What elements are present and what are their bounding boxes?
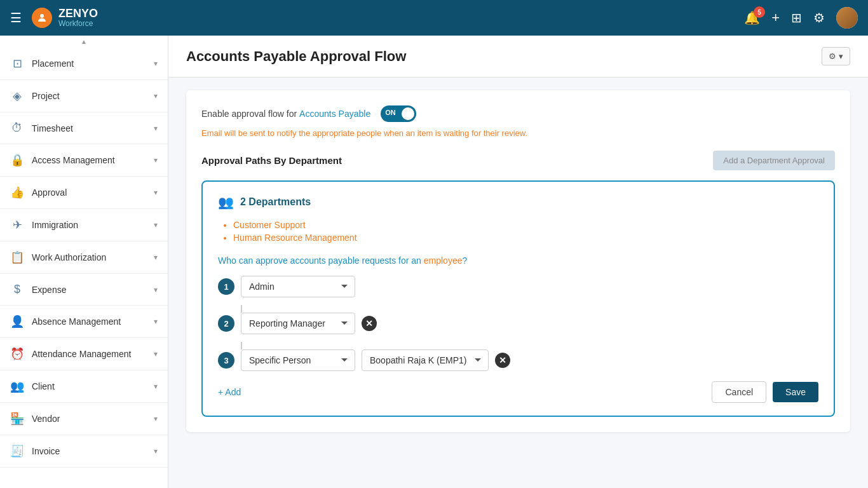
toggle-on-label: ON	[385, 109, 396, 116]
sidebar-item-expense[interactable]: $ Expense ▾	[0, 274, 168, 306]
sidebar-item-absence-management[interactable]: 👤 Absence Management ▾	[0, 306, 168, 338]
sidebar-label-approval: Approval	[32, 187, 67, 198]
sidebar-item-invoice[interactable]: 🧾 Invoice ▾	[0, 435, 168, 468]
sidebar-label-access-management: Access Management	[32, 155, 115, 165]
approver-person-select-3[interactable]: Boopathi Raja K (EMP1) John Smith (EMP2)…	[362, 349, 489, 371]
notification-badge: 5	[754, 6, 765, 18]
sidebar-label-absence-management: Absence Management	[32, 316, 121, 327]
page-header: Accounts Payable Approval Flow ⚙ ▾	[168, 36, 868, 78]
absence-management-icon: 👤	[10, 315, 24, 329]
dept-icon: 👥	[218, 194, 234, 210]
sidebar-item-vendor[interactable]: 🏪 Vendor ▾	[0, 403, 168, 435]
chevron-client: ▾	[154, 382, 158, 391]
notification-icon[interactable]: 🔔 5	[744, 10, 760, 25]
client-icon: 👥	[10, 379, 24, 393]
sidebar-label-project: Project	[32, 91, 60, 101]
dept-header: 👥 2 Departments	[218, 194, 818, 210]
email-note: Email will be sent to notify the appropr…	[201, 128, 835, 138]
chevron-attendance-management: ▾	[154, 349, 158, 358]
sidebar-item-work-authorization[interactable]: 📋 Work Authorization ▾	[0, 241, 168, 274]
action-buttons: Cancel Save	[712, 381, 818, 403]
sidebar-item-immigration[interactable]: ✈ Immigration ▾	[0, 209, 168, 241]
hamburger-icon[interactable]: ☰	[10, 10, 22, 25]
project-icon: ◈	[10, 89, 24, 103]
toggle-slider: ON	[381, 105, 416, 122]
sidebar-item-timesheet[interactable]: ⏱ Timesheet ▾	[0, 112, 168, 144]
approver-row-1: 1 Admin Reporting Manager Specific Perso…	[218, 276, 818, 297]
scroll-up-indicator: ▲	[0, 36, 168, 48]
access-management-icon: 🔒	[10, 153, 24, 167]
sidebar-label-vendor: Vendor	[32, 414, 60, 424]
add-department-button[interactable]: Add a Department Approval	[713, 151, 835, 170]
vendor-icon: 🏪	[10, 412, 24, 426]
sidebar-item-placement[interactable]: ⊡ Placement ▾	[0, 48, 168, 80]
cancel-button[interactable]: Cancel	[712, 381, 766, 403]
chevron-absence-management: ▾	[154, 317, 158, 326]
svg-point-0	[40, 14, 44, 18]
sidebar-item-project[interactable]: ◈ Project ▾	[0, 80, 168, 112]
gear-dropdown-arrow: ▾	[839, 51, 843, 61]
chevron-immigration: ▾	[154, 220, 158, 229]
sidebar: ▲ ⊡ Placement ▾ ◈ Project ▾ ⏱ Timesheet …	[0, 36, 168, 488]
remove-approver-3-button[interactable]: ✕	[495, 353, 510, 368]
department-card: 👥 2 Departments Customer Support Human R…	[201, 180, 835, 417]
main-card: Enable approval flow for Accounts Payabl…	[186, 90, 850, 432]
main-content: Accounts Payable Approval Flow ⚙ ▾ Enabl…	[168, 36, 868, 488]
add-approver-link[interactable]: + Add	[218, 387, 241, 397]
page-header-actions: ⚙ ▾	[822, 47, 850, 65]
enable-toggle[interactable]: ON	[381, 105, 416, 122]
sidebar-item-client[interactable]: 👥 Client ▾	[0, 370, 168, 403]
dept-list: Customer Support Human Resource Manageme…	[218, 220, 818, 243]
approver-type-select-1[interactable]: Admin Reporting Manager Specific Person …	[241, 276, 355, 297]
chevron-project: ▾	[154, 92, 158, 100]
work-authorization-icon: 📋	[10, 250, 24, 264]
sidebar-item-access-management[interactable]: 🔒 Access Management ▾	[0, 144, 168, 177]
placement-icon: ⊡	[10, 57, 24, 71]
dept-list-item: Customer Support	[233, 220, 818, 230]
content-area: Enable approval flow for Accounts Payabl…	[168, 78, 868, 445]
chevron-placement: ▾	[154, 59, 158, 68]
sidebar-label-expense: Expense	[32, 285, 66, 295]
save-button[interactable]: Save	[773, 382, 818, 402]
dept-title: 2 Departments	[240, 196, 311, 208]
enable-label: Enable approval flow for Accounts Payabl…	[201, 109, 370, 119]
sidebar-item-approval[interactable]: 👍 Approval ▾	[0, 177, 168, 209]
chevron-work-authorization: ▾	[154, 253, 158, 262]
gear-settings-button[interactable]: ⚙ ▾	[822, 47, 850, 65]
settings-icon[interactable]: ⚙	[813, 10, 825, 25]
chevron-timesheet: ▾	[154, 124, 158, 133]
sidebar-label-invoice: Invoice	[32, 446, 60, 456]
sidebar-label-immigration: Immigration	[32, 220, 78, 230]
grid-icon[interactable]: ⊞	[791, 10, 802, 25]
topnav: ☰ ZENYO Workforce 🔔 5 + ⊞ ⚙	[0, 0, 868, 36]
approval-icon: 👍	[10, 186, 24, 200]
approver-type-select-3[interactable]: Admin Reporting Manager Specific Person …	[241, 349, 355, 371]
chevron-approval: ▾	[154, 188, 158, 197]
approval-paths-header: Approval Paths By Department Add a Depar…	[201, 151, 835, 170]
approver-type-select-2[interactable]: Admin Reporting Manager Specific Person …	[241, 313, 355, 334]
invoice-icon: 🧾	[10, 444, 24, 458]
approval-question-highlight: employee	[424, 255, 463, 266]
sidebar-label-attendance-management: Attendance Management	[32, 349, 131, 359]
page-title: Accounts Payable Approval Flow	[186, 48, 406, 65]
timesheet-icon: ⏱	[10, 121, 24, 135]
layout: ▲ ⊡ Placement ▾ ◈ Project ▾ ⏱ Timesheet …	[0, 36, 868, 488]
sidebar-label-placement: Placement	[32, 58, 74, 69]
step-badge-1: 1	[218, 278, 234, 295]
add-icon[interactable]: +	[771, 10, 780, 26]
sidebar-item-attendance-management[interactable]: ⏰ Attendance Management ▾	[0, 338, 168, 370]
connector-1-2	[241, 305, 242, 313]
enable-label-highlight: Accounts Payable	[299, 109, 370, 119]
attendance-management-icon: ⏰	[10, 347, 24, 361]
connector-2-3	[241, 342, 242, 349]
gear-icon: ⚙	[829, 51, 836, 61]
sidebar-label-timesheet: Timesheet	[32, 123, 73, 133]
chevron-vendor: ▾	[154, 414, 158, 423]
logo-text: ZENYO	[58, 8, 98, 19]
logo-sub: Workforce	[58, 19, 98, 28]
remove-approver-2-button[interactable]: ✕	[362, 316, 377, 331]
avatar[interactable]	[836, 7, 858, 29]
chevron-invoice: ▾	[154, 447, 158, 456]
logo-icon	[32, 8, 52, 28]
sidebar-label-work-authorization: Work Authorization	[32, 252, 106, 262]
